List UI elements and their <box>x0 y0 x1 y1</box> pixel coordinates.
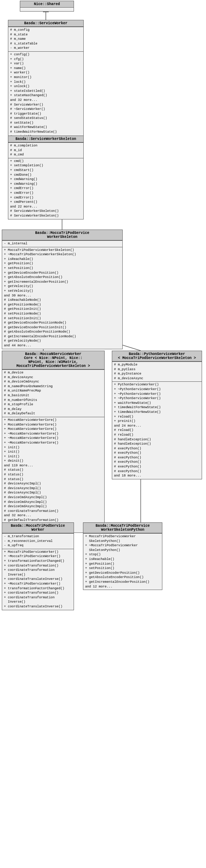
mocca-n-swc-title: Basda::MoccaNServiceWorker Core < Nice::… <box>2 351 104 369</box>
mocca-tri-pod-sws-box: Basda::MoccaTriPodServiceWorkerSkeleton … <box>2 230 123 349</box>
mocca-n-swc-box: Basda::MoccaNServiceWorker Core < Nice::… <box>2 351 105 533</box>
service-worker-skeleton-box: Basda::ServiceWorkerSkeleton # m_complet… <box>8 136 84 219</box>
mocca-n-swc-attributes: # m_device # m_deviceAsync # m_deviceCmd… <box>2 369 104 417</box>
mocca-tri-pod-swsp-methods: + MoccaTriPodServiceWorker SkeletonPytho… <box>83 533 162 590</box>
diagram-container: Nice::Shared Basda::ServiceWorker # m_co… <box>0 0 206 868</box>
mocca-n-swc-methods: + MoccaNServiceWorkerCore() + MoccaNServ… <box>2 417 104 533</box>
mocca-tri-pod-sw-attributes: - m_transformation - m_reconnection_inte… <box>2 533 74 549</box>
service-worker-attributes: # m_config # m_state # m_name # s_stateT… <box>8 27 83 51</box>
python-sw-box: Basda::PythonServiceWorker < MoccaTriPod… <box>112 351 202 479</box>
python-sw-attributes: # m_pyModule # m_pyClass # m_pyInstance … <box>112 362 202 381</box>
mocca-tri-pod-sws-attributes: - m_internal <box>2 240 122 247</box>
mocca-tri-pod-swsp-title: Basda::MoccaTriPodServiceWorkerSkeletonP… <box>83 523 162 533</box>
mocca-tri-pod-sw-methods: + MoccaTriPodServiceWorker() + ~MoccaTri… <box>2 549 74 610</box>
mocca-tri-pod-sw-box: Basda::MoccaTriPodServiceWorker - m_tran… <box>2 522 74 610</box>
service-worker-title: Basda::ServiceWorker <box>8 20 83 27</box>
mocca-tri-pod-sw-title: Basda::MoccaTriPodServiceWorker <box>2 523 74 533</box>
service-worker-box: Basda::ServiceWorker # m_config # m_stat… <box>8 20 84 154</box>
mocca-tri-pod-swsp-box: Basda::MoccaTriPodServiceWorkerSkeletonP… <box>83 522 162 590</box>
service-worker-skeleton-title: Basda::ServiceWorkerSkeleton <box>8 136 83 142</box>
python-sw-methods: + PythonServiceWorker() + ~PythonService… <box>112 381 202 479</box>
service-worker-skeleton-methods: + cmd() + setCompletion() + cmdStart() +… <box>8 158 83 219</box>
service-worker-skeleton-attributes: # m_completion # m_id # m_cmd <box>8 142 83 158</box>
nice-shared-box: Nice::Shared <box>20 1 74 12</box>
python-sw-title: Basda::PythonServiceWorker < MoccaTriPod… <box>112 351 202 362</box>
mocca-tri-pod-sws-methods: + MoccaTriPodServiceWorkerSkeleton() + ~… <box>2 247 122 349</box>
nice-shared-title: Nice::Shared <box>20 1 74 8</box>
mocca-tri-pod-sws-title: Basda::MoccaTriPodServiceWorkerSkeleton <box>2 230 122 240</box>
